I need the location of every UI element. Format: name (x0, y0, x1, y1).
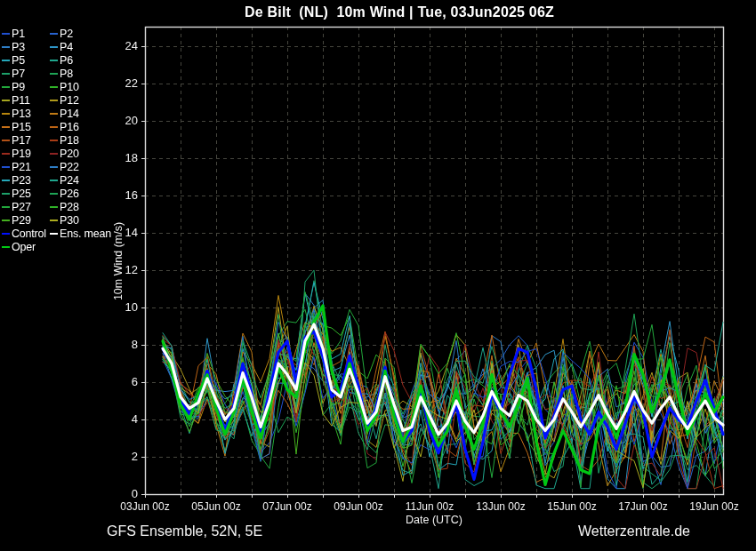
footer-brand: Wetterzentrale.de (578, 523, 690, 539)
legend-item-P25: P25 (2, 188, 31, 201)
legend-item-P7: P7 (2, 68, 25, 81)
legend-swatch (50, 166, 58, 169)
x-tick-label: 17Jun 00z (618, 500, 667, 513)
x-tick-label: 11Jun 00z (406, 500, 454, 513)
legend-label: Oper (12, 241, 36, 253)
legend-swatch (2, 166, 10, 169)
legend-label: P9 (12, 81, 25, 93)
legend-label: P14 (60, 108, 79, 120)
legend-item-P6: P6 (50, 54, 73, 68)
legend-label: P22 (60, 161, 79, 173)
legend-swatch (2, 60, 10, 62)
legend-swatch (50, 100, 58, 102)
legend-item-P16: P16 (50, 121, 79, 134)
wetterzentrale-ensemble-plot: De Bilt (NL) 10m Wind | Tue, 03Jun2025 0… (0, 0, 756, 551)
legend-swatch (2, 100, 10, 102)
legend-swatch (50, 193, 58, 196)
legend-item-P30: P30 (50, 214, 79, 228)
legend-item-P4: P4 (50, 41, 73, 54)
legend-item-P27: P27 (2, 201, 31, 214)
footer-model-info: GFS Ensemble, 52N, 5E (107, 523, 262, 539)
legend-swatch (50, 140, 58, 142)
legend-swatch (50, 180, 58, 182)
legend-item-P22: P22 (50, 161, 79, 174)
legend-item-Control: Control (2, 228, 46, 241)
legend-label: P15 (12, 121, 31, 133)
legend-item-P20: P20 (50, 148, 79, 161)
legend-label: P11 (12, 94, 30, 107)
x-tick-label: 15Jun 00z (547, 500, 596, 513)
legend-swatch (2, 220, 10, 222)
legend-item-P23: P23 (2, 174, 31, 188)
legend-label: Ens. mean (60, 228, 111, 240)
legend-label: P12 (60, 94, 79, 107)
legend-label: P25 (12, 188, 31, 200)
x-tick-label: 05Jun 00z (191, 500, 240, 513)
legend-item-P18: P18 (50, 134, 79, 148)
y-tick-label: 10 (125, 300, 138, 314)
legend-item-P19: P19 (2, 148, 31, 161)
y-tick-label: 6 (132, 375, 138, 388)
legend-item-P10: P10 (50, 81, 79, 94)
legend-label: P23 (12, 174, 31, 187)
legend-label: P16 (60, 121, 79, 133)
legend-label: P17 (12, 134, 31, 147)
legend-label: P20 (60, 148, 79, 160)
legend-item-P21: P21 (2, 161, 31, 174)
legend-label: P19 (12, 148, 31, 160)
legend-swatch (50, 126, 58, 129)
legend-swatch (2, 73, 10, 76)
legend-label: P24 (60, 174, 79, 187)
legend-swatch (2, 46, 10, 49)
legend-swatch (2, 126, 10, 129)
legend-label: P2 (60, 28, 73, 40)
y-tick-label: 24 (125, 39, 138, 52)
legend-item-P14: P14 (50, 108, 79, 121)
legend-swatch (50, 86, 58, 89)
legend-swatch (50, 33, 58, 36)
legend-label: P5 (12, 54, 25, 67)
legend-item-P5: P5 (2, 54, 25, 68)
legend-swatch (2, 206, 10, 209)
legend-swatch (50, 220, 58, 222)
legend-swatch (50, 73, 58, 76)
y-tick-label: 4 (132, 412, 138, 426)
legend-label: P18 (60, 134, 79, 147)
legend-swatch (2, 246, 10, 249)
legend-swatch (2, 233, 10, 236)
legend-label: P7 (12, 68, 25, 80)
legend-label: P6 (60, 54, 73, 67)
legend-swatch (2, 113, 10, 116)
legend-swatch (2, 180, 10, 182)
legend-swatch (2, 33, 10, 36)
y-tick-label: 20 (125, 114, 138, 127)
legend-label: P8 (60, 68, 73, 80)
legend-swatch (2, 193, 10, 196)
legend-swatch (2, 140, 10, 142)
legend-item-P8: P8 (50, 68, 73, 81)
y-tick-label: 0 (132, 487, 138, 500)
y-tick-label: 8 (132, 338, 138, 351)
legend-label: P3 (12, 41, 25, 53)
x-tick-label: 03Jun 00z (120, 500, 169, 513)
legend-label: P26 (60, 188, 79, 200)
x-tick-label: 13Jun 00z (476, 500, 525, 513)
y-tick-label: 16 (125, 188, 138, 202)
legend-item-P9: P9 (2, 81, 25, 94)
legend-swatch (50, 206, 58, 209)
legend-swatch (50, 233, 58, 236)
legend-swatch (50, 113, 58, 116)
legend-label: P4 (60, 41, 73, 53)
legend-label: P30 (60, 214, 79, 227)
legend-label: P13 (12, 108, 31, 120)
legend-item-P13: P13 (2, 108, 31, 121)
x-tick-label: 19Jun 00z (689, 500, 738, 513)
legend-swatch (50, 153, 58, 156)
legend-item-P3: P3 (2, 41, 25, 54)
y-tick-label: 22 (125, 76, 138, 90)
legend-swatch (50, 60, 58, 62)
legend-swatch (2, 86, 10, 89)
legend-item-Ens-mean: Ens. mean (50, 228, 111, 241)
legend-item-P2: P2 (50, 28, 73, 41)
legend-label: Control (12, 228, 46, 240)
